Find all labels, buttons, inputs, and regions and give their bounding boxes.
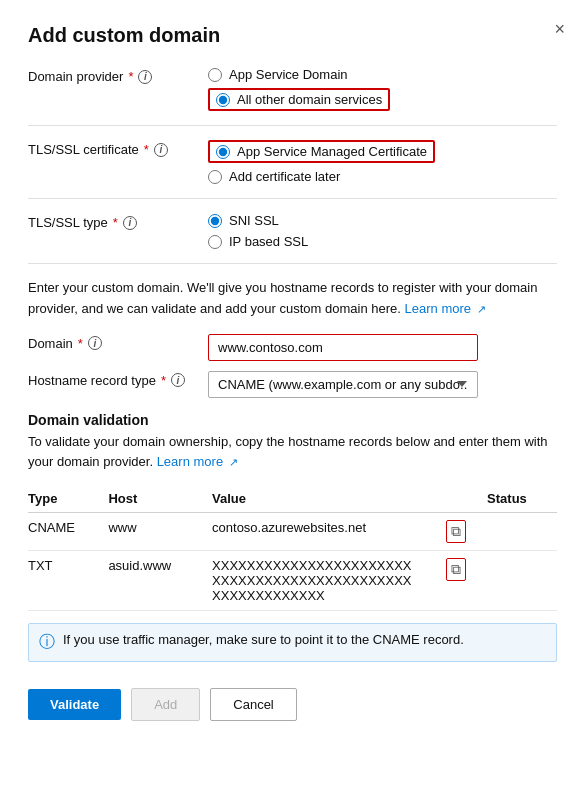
tls-ssl-cert-row: TLS/SSL certificate * i App Service Mana… (28, 140, 557, 184)
row2-value: XXXXXXXXXXXXXXXXXXXXXXXXXXXXXXXXXXXXXXXX… (212, 551, 446, 611)
domain-provider-radio-all-other[interactable] (216, 93, 230, 107)
row1-copy-cell: ⧉ (446, 513, 487, 551)
domain-provider-options: App Service Domain All other domain serv… (208, 67, 390, 111)
tls-type-option-sni[interactable]: SNI SSL (208, 213, 308, 228)
divider-3 (28, 263, 557, 264)
domain-provider-info-icon[interactable]: i (138, 70, 152, 84)
row1-copy-icon: ⧉ (451, 523, 461, 540)
info-bar-text: If you use traffic manager, make sure to… (63, 632, 464, 647)
domain-validation-table: Type Host Value Status CNAME www contoso… (28, 485, 557, 611)
domain-validation-section: Domain validation To validate your domai… (28, 412, 557, 612)
tls-ssl-type-label: TLS/SSL type * i (28, 213, 208, 230)
row2-host: asuid.www (108, 551, 212, 611)
tls-cert-option-later[interactable]: Add certificate later (208, 169, 435, 184)
domain-field-info-icon[interactable]: i (88, 336, 102, 350)
tls-ssl-type-options: SNI SSL IP based SSL (208, 213, 308, 249)
cancel-button[interactable]: Cancel (210, 688, 296, 721)
row1-status (487, 513, 557, 551)
row2-copy-button[interactable]: ⧉ (446, 558, 466, 581)
row2-status (487, 551, 557, 611)
domain-provider-row: Domain provider * i App Service Domain A… (28, 67, 557, 111)
tls-cert-option-managed[interactable]: App Service Managed Certificate (208, 140, 435, 163)
tls-type-radio-sni[interactable] (208, 214, 222, 228)
row1-value: contoso.azurewebsites.net (212, 513, 446, 551)
dialog-title: Add custom domain (28, 24, 557, 47)
domain-field-label: Domain * i (28, 334, 208, 351)
divider-2 (28, 198, 557, 199)
table-row: CNAME www contoso.azurewebsites.net ⧉ (28, 513, 557, 551)
domain-validation-desc: To validate your domain ownership, copy … (28, 432, 557, 474)
col-status: Status (487, 485, 557, 513)
tls-ssl-cert-info-icon[interactable]: i (154, 143, 168, 157)
row1-host: www (108, 513, 212, 551)
description-text: Enter your custom domain. We'll give you… (28, 278, 557, 320)
tls-ssl-type-row: TLS/SSL type * i SNI SSL IP based SSL (28, 213, 557, 249)
row1-type: CNAME (28, 513, 108, 551)
hostname-record-type-label: Hostname record type * i (28, 371, 208, 388)
domain-field-row: Domain * i (28, 334, 557, 361)
row2-copy-icon: ⧉ (451, 561, 461, 578)
info-bar-icon: ⓘ (39, 632, 55, 653)
table-row: TXT asuid.www XXXXXXXXXXXXXXXXXXXXXXXXXX… (28, 551, 557, 611)
domain-validation-learn-more-link[interactable]: Learn more (157, 454, 223, 469)
add-custom-domain-dialog: Add custom domain × Domain provider * i … (0, 0, 585, 812)
description-learn-more-link[interactable]: Learn more (405, 301, 471, 316)
hostname-record-type-select[interactable]: CNAME (www.example.com or any subdo... A… (208, 371, 478, 398)
external-link-icon: ↗ (477, 303, 486, 315)
tls-ssl-cert-options: App Service Managed Certificate Add cert… (208, 140, 435, 184)
footer-buttons: Validate Add Cancel (28, 680, 557, 721)
domain-validation-external-link-icon: ↗ (229, 456, 238, 468)
divider-1 (28, 125, 557, 126)
close-button[interactable]: × (554, 20, 565, 38)
tls-type-radio-ip[interactable] (208, 235, 222, 249)
domain-provider-label: Domain provider * i (28, 67, 208, 84)
tls-cert-radio-managed[interactable] (216, 145, 230, 159)
domain-provider-option-all-other[interactable]: All other domain services (208, 88, 390, 111)
col-type: Type (28, 485, 108, 513)
domain-provider-option-app-service[interactable]: App Service Domain (208, 67, 390, 82)
row1-copy-button[interactable]: ⧉ (446, 520, 466, 543)
domain-validation-title: Domain validation (28, 412, 557, 428)
hostname-record-type-row: Hostname record type * i CNAME (www.exam… (28, 371, 557, 398)
info-bar: ⓘ If you use traffic manager, make sure … (28, 623, 557, 662)
domain-provider-radio-app-service[interactable] (208, 68, 222, 82)
table-header-row: Type Host Value Status (28, 485, 557, 513)
domain-input[interactable] (208, 334, 478, 361)
tls-ssl-type-info-icon[interactable]: i (123, 216, 137, 230)
tls-cert-radio-later[interactable] (208, 170, 222, 184)
row2-type: TXT (28, 551, 108, 611)
col-value: Value (212, 485, 446, 513)
validate-button[interactable]: Validate (28, 689, 121, 720)
col-copy (446, 485, 487, 513)
tls-type-option-ip[interactable]: IP based SSL (208, 234, 308, 249)
tls-ssl-cert-label: TLS/SSL certificate * i (28, 140, 208, 157)
hostname-record-type-info-icon[interactable]: i (171, 373, 185, 387)
row2-copy-cell: ⧉ (446, 551, 487, 611)
add-button: Add (131, 688, 200, 721)
col-host: Host (108, 485, 212, 513)
